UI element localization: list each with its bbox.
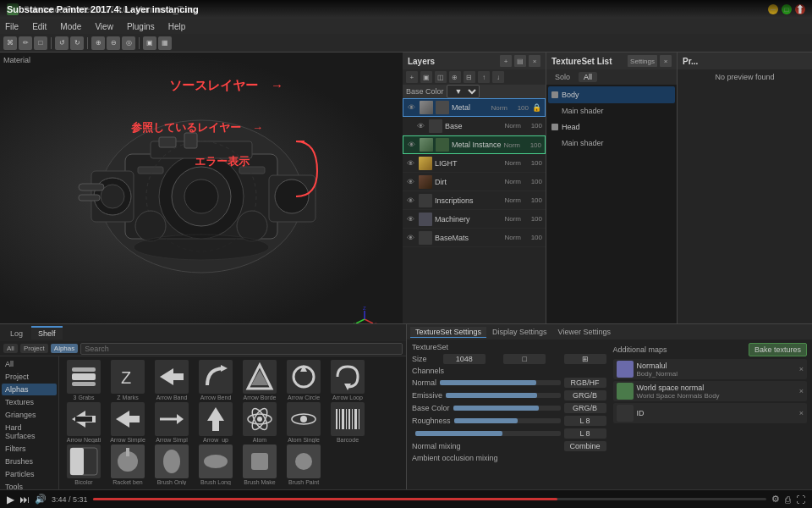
layers-tool-5[interactable]: ⊟ (464, 71, 475, 83)
prop-value-normal-mixing[interactable]: Combine (564, 441, 606, 451)
menu-view[interactable]: View (93, 22, 115, 31)
volume-icon[interactable]: 🔊 (35, 494, 47, 505)
cat-filters[interactable]: Filters (2, 443, 57, 455)
base-color-dropdown[interactable]: ▼ (447, 85, 480, 98)
ts-tab-solo[interactable]: Solo (550, 72, 575, 82)
asset-racket[interactable]: Racket ben (107, 444, 149, 485)
layer-item-inscriptions[interactable]: 👁 Inscriptions Norm 100 (403, 191, 546, 210)
asset-arrowborde[interactable]: Arrow Borde (239, 360, 281, 400)
toolbar-icon-3[interactable]: □ (34, 36, 47, 50)
share-icon[interactable]: ⎙ (785, 494, 791, 505)
layer-item-instance[interactable]: 👁 Metal Instance Norm 100 (403, 135, 546, 154)
layer-item-light[interactable]: 👁 LIGHT Norm 100 (403, 154, 546, 173)
asset-brushonly[interactable]: Brush Only (151, 444, 193, 485)
filter-project[interactable]: Project (20, 344, 48, 353)
menu-help[interactable]: Help (167, 22, 188, 31)
layer-eye-machinery[interactable]: 👁 (406, 214, 416, 224)
video-progress-bar[interactable] (93, 498, 766, 500)
textureset-settings-btn[interactable]: Settings (628, 55, 657, 67)
brs-tab-viewer[interactable]: Viewer Settings (553, 327, 616, 337)
filter-alphas[interactable]: Alphas (51, 344, 78, 353)
menu-plugins[interactable]: Plugins (125, 22, 156, 31)
cat-textures[interactable]: Textures (2, 396, 57, 408)
bake-textures-btn[interactable]: Bake textures (749, 343, 807, 356)
asset-brushlong[interactable]: Brush Long (195, 444, 237, 485)
layer-eye-basemats[interactable]: 👁 (406, 233, 416, 243)
brs-tab-textureset[interactable]: TextureSet Settings (410, 327, 486, 338)
cat-grianges[interactable]: Grianges (2, 409, 57, 421)
tab-shelf[interactable]: Shelf (31, 326, 63, 340)
asset-barcode[interactable]: Barcode (326, 402, 369, 443)
asset-arrowcircle[interactable]: Arrow Circle (283, 360, 325, 400)
layer-item-dirt[interactable]: 👁 Dirt Norm 100 (403, 173, 546, 191)
toolbar-icon-2[interactable]: ✏ (19, 36, 32, 50)
prop-value-basecolor[interactable]: GRG/B (564, 403, 606, 413)
asset-bicolor[interactable]: Bicolor (63, 444, 105, 485)
toolbar-icon-5[interactable]: ↻ (70, 36, 84, 50)
prop-value-5[interactable]: L 8 (564, 428, 606, 439)
layers-tool-6[interactable]: ↑ (478, 71, 490, 83)
minimize-button[interactable]: ─ (768, 4, 778, 14)
layer-eye-base[interactable]: 👁 (416, 121, 426, 131)
ts-tab-all[interactable]: All (579, 72, 597, 82)
menu-edit[interactable]: Edit (30, 22, 48, 31)
asset-zmarks[interactable]: Z Z Marks (107, 360, 149, 400)
asset-arrowsimpl2[interactable]: Arrow Simpl (151, 402, 193, 443)
cat-all[interactable]: All (2, 358, 57, 370)
ts-item-body[interactable]: Body (548, 86, 675, 103)
toolbar-icon-4[interactable]: ↺ (55, 36, 69, 50)
tab-log[interactable]: Log (3, 326, 30, 340)
nm-remove-2[interactable]: × (799, 387, 804, 395)
cat-tools[interactable]: Tools (2, 481, 57, 489)
layers-close[interactable]: × (529, 55, 540, 67)
layers-tool-2[interactable]: ▣ (420, 71, 432, 83)
layer-eye-metal[interactable]: 👁 (407, 102, 417, 113)
next-button[interactable]: ⏭ (19, 494, 30, 505)
layers-tool-1[interactable]: + (406, 71, 418, 83)
layer-eye-dirt[interactable]: 👁 (406, 177, 416, 187)
toolbar-icon-1[interactable]: ⌘ (3, 36, 17, 50)
toolbar-icon-9[interactable]: ▣ (143, 36, 156, 50)
asset-arrownegati[interactable]: Arrow Negati (63, 402, 105, 443)
fullscreen-icon[interactable]: ⛶ (796, 494, 805, 505)
maximize-button[interactable]: □ (782, 4, 792, 14)
prop-value-normal[interactable]: RGB/HF (564, 378, 606, 388)
layers-tool-4[interactable]: ⊕ (449, 71, 461, 83)
assets-search[interactable] (80, 343, 403, 355)
ts-item-head[interactable]: Head (548, 119, 675, 135)
layers-icon-1[interactable]: + (500, 55, 512, 67)
cat-alphas[interactable]: Alphas (2, 384, 57, 395)
layer-eye-instance[interactable]: 👁 (407, 140, 417, 150)
cat-brushes[interactable]: Brushes (2, 456, 57, 467)
cat-hard-surfaces[interactable]: Hard Surfaces (2, 422, 57, 442)
toolbar-icon-6[interactable]: ⊕ (91, 36, 105, 50)
prop-value-emissive[interactable]: GRG/B (564, 390, 606, 400)
asset-arrowloop[interactable]: Arrow Loop (326, 360, 369, 400)
layer-item-base[interactable]: 👁 Base Norm 100 (403, 117, 546, 135)
asset-brushpaint1[interactable]: Brush Paint (283, 444, 325, 485)
brs-tab-display[interactable]: Display Settings (487, 327, 552, 337)
menu-file[interactable]: File (3, 22, 20, 31)
filter-all[interactable]: All (3, 344, 18, 353)
layers-icon-2[interactable]: ▤ (514, 55, 526, 67)
asset-arrowsimple1[interactable]: Arrow Simple (107, 402, 149, 443)
layer-eye-inscriptions[interactable]: 👁 (406, 196, 416, 206)
viewport[interactable]: Material (0, 52, 403, 340)
share-btn[interactable]: ⬆ (795, 3, 805, 16)
toolbar-icon-8[interactable]: ◎ (122, 36, 135, 50)
prop-value-roughness[interactable]: L 8 (564, 416, 606, 426)
asset-arrowup[interactable]: Arrow_up (195, 402, 237, 443)
settings-icon[interactable]: ⚙ (771, 494, 780, 505)
layer-item-metal[interactable]: 👁 Metal Norm 100 🔒 (403, 98, 546, 117)
toolbar-icon-10[interactable]: ▦ (158, 36, 172, 50)
nm-remove-3[interactable]: × (799, 409, 804, 417)
asset-brushmake[interactable]: Brush Make (239, 444, 281, 485)
prop-value-size[interactable]: 1048 (443, 354, 486, 364)
asset-arrowband[interactable]: Arrow Band (151, 360, 193, 400)
cat-project[interactable]: Project (2, 371, 57, 383)
layer-item-basemats[interactable]: 👁 BaseMats Norm 100 (403, 229, 546, 247)
cat-particles[interactable]: Particles (2, 468, 57, 480)
layers-tool-7[interactable]: ↓ (492, 71, 504, 83)
asset-arrowbend[interactable]: Arrow Bend (195, 360, 237, 400)
toolbar-icon-7[interactable]: ⊖ (107, 36, 120, 50)
